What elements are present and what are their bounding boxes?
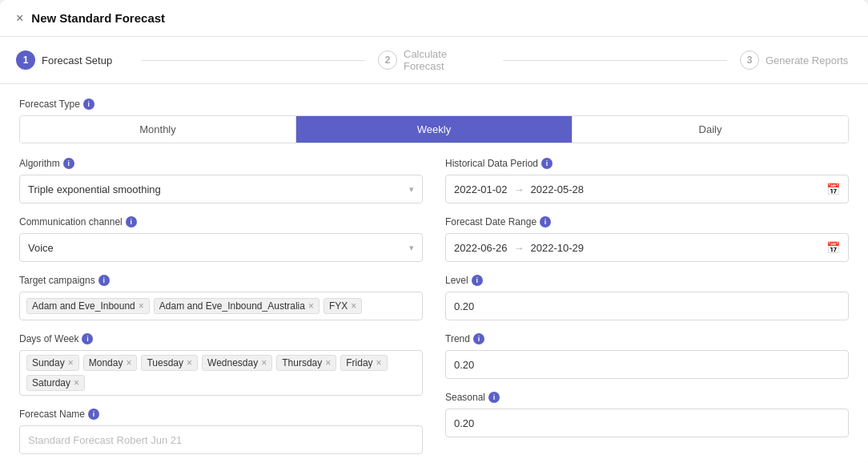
forecast-name-field[interactable] <box>19 425 423 454</box>
algorithm-select[interactable]: Triple exponential smoothing ▾ <box>19 175 423 203</box>
trend-input[interactable] <box>445 350 849 379</box>
historical-data-label: Historical Data Period i <box>445 158 849 169</box>
seasonal-group: Seasonal i <box>445 392 849 437</box>
level-info-icon[interactable]: i <box>472 275 483 286</box>
campaign-tag-0-remove[interactable]: × <box>139 301 144 311</box>
day-tag-2-remove[interactable]: × <box>187 358 192 368</box>
forecast-date-label: Forecast Date Range i <box>445 216 849 227</box>
channel-select[interactable]: Voice ▾ <box>19 233 423 262</box>
days-tags-field[interactable]: Sunday × Monday × Tuesday × Wednesday <box>19 350 423 396</box>
forecast-name-group: Forecast Name i <box>19 409 423 454</box>
algorithm-chevron-icon: ▾ <box>409 184 414 195</box>
step-divider-2 <box>503 60 727 61</box>
trend-info-icon[interactable]: i <box>473 333 484 344</box>
days-info-icon[interactable]: i <box>82 333 93 344</box>
step-2-label: Calculate Forecast <box>404 48 490 72</box>
campaign-tag-1: Adam and Eve_Inbound_Australia × <box>154 298 319 314</box>
forecast-type-label: Forecast Type i <box>19 99 849 110</box>
forecast-date-arrow-icon: → <box>514 242 524 254</box>
step-2-circle: 2 <box>378 50 397 70</box>
step-2[interactable]: 2 Calculate Forecast <box>378 48 490 72</box>
trend-group: Trend i <box>445 333 849 379</box>
tab-daily[interactable]: Daily <box>573 116 848 143</box>
campaigns-info-icon[interactable]: i <box>98 275 110 286</box>
close-button[interactable]: × <box>16 12 23 25</box>
campaigns-group: Target campaigns i Adam and Eve_Inbound … <box>19 275 423 320</box>
day-tag-2: Tuesday × <box>141 355 198 371</box>
seasonal-label: Seasonal i <box>445 392 849 403</box>
forecast-date-info-icon[interactable]: i <box>540 216 551 227</box>
day-tag-4-remove[interactable]: × <box>325 358 331 368</box>
algorithm-group: Algorithm i Triple exponential smoothing… <box>19 158 423 203</box>
level-group: Level i <box>445 275 849 320</box>
forecast-date-range[interactable]: 2022-06-26 → 2022-10-29 📅 <box>445 233 849 262</box>
modal-body: Forecast Type i Monthly Weekly Daily Alg… <box>0 84 868 463</box>
forecast-type-group: Forecast Type i Monthly Weekly Daily <box>19 99 849 143</box>
step-divider-1 <box>141 60 365 61</box>
right-column: Historical Data Period i 2022-01-02 → 20… <box>445 158 849 454</box>
forecast-date-calendar-icon[interactable]: 📅 <box>826 241 840 254</box>
step-3-label: Generate Reports <box>766 54 848 66</box>
day-tag-1-remove[interactable]: × <box>126 358 131 368</box>
two-col-layout: Algorithm i Triple exponential smoothing… <box>19 158 849 454</box>
step-3[interactable]: 3 Generate Reports <box>740 50 852 70</box>
trend-label: Trend i <box>445 333 849 344</box>
campaign-tag-2: FYX × <box>323 298 362 314</box>
campaign-tag-1-remove[interactable]: × <box>308 301 314 311</box>
left-column: Algorithm i Triple exponential smoothing… <box>19 158 423 454</box>
algorithm-info-icon[interactable]: i <box>63 158 74 169</box>
forecast-type-tabs: Monthly Weekly Daily <box>19 115 849 143</box>
historical-data-range[interactable]: 2022-01-02 → 2022-05-28 📅 <box>445 175 849 203</box>
forecast-name-input[interactable] <box>28 434 414 446</box>
step-1[interactable]: 1 Forecast Setup <box>16 50 128 70</box>
historical-data-group: Historical Data Period i 2022-01-02 → 20… <box>445 158 849 203</box>
tab-monthly[interactable]: Monthly <box>20 116 296 143</box>
step-1-circle: 1 <box>16 50 35 70</box>
tab-weekly[interactable]: Weekly <box>296 116 573 143</box>
channel-info-icon[interactable]: i <box>126 216 137 227</box>
channel-label: Communication channel i <box>19 216 423 227</box>
channel-group: Communication channel i Voice ▾ <box>19 216 423 262</box>
historical-data-arrow-icon: → <box>514 183 524 195</box>
historical-data-info-icon[interactable]: i <box>541 158 553 169</box>
step-1-label: Forecast Setup <box>42 54 112 66</box>
modal-title: New Standard Forecast <box>31 11 165 25</box>
campaigns-label: Target campaigns i <box>19 275 423 286</box>
forecast-date-group: Forecast Date Range i 2022-06-26 → 2022-… <box>445 216 849 262</box>
level-input[interactable] <box>445 292 849 320</box>
day-tag-1: Monday × <box>83 355 138 371</box>
seasonal-input[interactable] <box>445 409 849 437</box>
campaign-tag-0: Adam and Eve_Inbound × <box>26 298 150 314</box>
days-group: Days of Week i Sunday × Monday × <box>19 333 423 396</box>
day-tag-0-remove[interactable]: × <box>68 358 74 368</box>
seasonal-info-icon[interactable]: i <box>488 392 500 403</box>
day-tag-6-remove[interactable]: × <box>74 378 79 388</box>
forecast-type-info-icon[interactable]: i <box>83 99 94 110</box>
level-label: Level i <box>445 275 849 286</box>
algorithm-label: Algorithm i <box>19 158 423 169</box>
days-label: Days of Week i <box>19 333 423 344</box>
step-3-circle: 3 <box>740 50 759 70</box>
forecast-name-label: Forecast Name i <box>19 409 423 420</box>
modal-header: × New Standard Forecast <box>0 0 868 37</box>
forecast-name-info-icon[interactable]: i <box>88 409 99 420</box>
modal: × New Standard Forecast 1 Forecast Setup… <box>0 0 868 463</box>
day-tag-3-remove[interactable]: × <box>261 358 267 368</box>
campaign-tag-2-remove[interactable]: × <box>351 301 356 311</box>
day-tag-6: Saturday × <box>26 375 85 391</box>
day-tag-5-remove[interactable]: × <box>376 358 382 368</box>
stepper: 1 Forecast Setup 2 Calculate Forecast 3 … <box>0 37 868 84</box>
day-tag-5: Friday × <box>340 355 387 371</box>
channel-chevron-icon: ▾ <box>409 243 414 253</box>
day-tag-3: Wednesday × <box>202 355 272 371</box>
historical-data-calendar-icon[interactable]: 📅 <box>826 183 840 195</box>
day-tag-0: Sunday × <box>26 355 79 371</box>
day-tag-4: Thursday × <box>276 355 336 371</box>
campaigns-tags-field[interactable]: Adam and Eve_Inbound × Adam and Eve_Inbo… <box>19 292 423 320</box>
